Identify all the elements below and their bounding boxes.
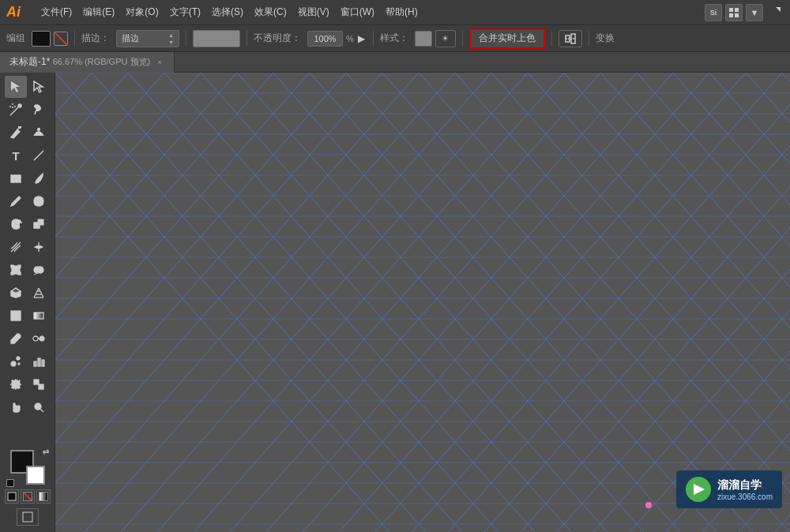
stroke-up[interactable]: ▲	[168, 32, 174, 39]
selection-tool[interactable]	[5, 76, 27, 98]
svg-rect-31	[18, 272, 21, 275]
opacity-expand[interactable]: ▶	[357, 30, 367, 47]
bridge-icon[interactable]: Si	[705, 4, 722, 21]
lasso-tool[interactable]	[28, 99, 50, 121]
none-toggle[interactable]	[21, 489, 35, 504]
svg-line-37	[39, 288, 43, 298]
tool-row-6	[5, 213, 50, 235]
sep1	[74, 31, 75, 47]
gradient-tool[interactable]	[28, 305, 50, 327]
pen-tool[interactable]	[5, 122, 27, 144]
blend-tool[interactable]	[28, 328, 50, 350]
style-swatch[interactable]	[193, 30, 240, 47]
fill-color-swatch[interactable]	[32, 31, 51, 47]
arrange-icon[interactable]: ▼	[746, 4, 763, 21]
change-screen-mode[interactable]	[17, 508, 39, 526]
share-icon[interactable]	[766, 4, 784, 21]
tool-row-14	[5, 396, 50, 418]
menu-text[interactable]: 文字(T)	[165, 3, 205, 21]
zoom-tool[interactable]	[28, 396, 50, 418]
stroke-dropdown[interactable]: 描边 ▲ ▼	[116, 30, 179, 47]
opacity-percent: %	[346, 34, 354, 43]
pencil-tool[interactable]	[5, 190, 27, 212]
svg-rect-82	[55, 73, 790, 532]
reset-colors-icon[interactable]	[6, 479, 14, 487]
group-label: 编组	[6, 32, 25, 45]
free-transform-tool[interactable]	[5, 259, 27, 281]
hand-tool[interactable]	[5, 396, 27, 418]
style-color-swatch[interactable]	[415, 31, 432, 47]
tool-row-1	[5, 99, 50, 121]
menu-window[interactable]: 窗口(W)	[336, 3, 379, 21]
mesh-tool[interactable]	[5, 305, 27, 327]
line-tool[interactable]	[28, 144, 50, 167]
curvature-tool[interactable]	[28, 122, 50, 144]
column-graph-tool[interactable]	[28, 350, 50, 373]
tools-panel: T	[0, 73, 55, 532]
slice-tool[interactable]	[28, 373, 50, 395]
fill-toggle[interactable]	[5, 489, 19, 504]
svg-line-19	[34, 151, 43, 160]
svg-point-49	[11, 362, 16, 366]
svg-rect-20	[11, 175, 21, 182]
color-settings-icon[interactable]: ☀	[435, 30, 456, 47]
merge-live-paint-button[interactable]: 合并实时上色	[469, 28, 545, 49]
watermark: 溜溜自学 zixue.3066.com	[676, 470, 782, 508]
svg-rect-54	[42, 360, 44, 366]
fill-stroke-toggles	[5, 489, 51, 504]
sep4	[373, 31, 374, 47]
svg-rect-28	[11, 265, 13, 268]
scale-tool[interactable]	[28, 213, 50, 235]
gradient-toggle[interactable]	[36, 489, 51, 504]
document-tab[interactable]: 未标题-1* 66.67% (RGB/GPU 预览) ×	[0, 52, 175, 73]
workspace-icon[interactable]	[725, 4, 743, 21]
live-paint-tool[interactable]	[5, 282, 27, 304]
stroke-stepper[interactable]: ▲ ▼	[168, 32, 174, 46]
opacity-input[interactable]	[307, 31, 343, 47]
tool-row-4	[5, 167, 50, 189]
symbol-sprayer-tool[interactable]	[5, 350, 27, 373]
eyedropper-tool[interactable]	[5, 328, 27, 350]
sep7	[589, 31, 589, 47]
svg-rect-61	[34, 380, 39, 384]
stroke-none-icon[interactable]	[54, 32, 68, 46]
shape-builder-tool[interactable]	[28, 259, 50, 281]
svg-rect-44	[34, 313, 43, 319]
tool-row-2	[5, 122, 50, 144]
tab-bar: 未标题-1* 66.67% (RGB/GPU 预览) ×	[0, 52, 790, 73]
paintbrush-tool[interactable]	[28, 167, 50, 189]
artboard-tool[interactable]	[5, 373, 27, 395]
direct-selection-tool[interactable]	[28, 76, 50, 98]
menu-help[interactable]: 帮助(H)	[381, 3, 423, 21]
menu-bar: Ai 文件(F) 编辑(E) 对象(O) 文字(T) 选择(S) 效果(C) 视…	[0, 0, 790, 25]
menu-effects[interactable]: 效果(C)	[250, 3, 292, 21]
perspective-grid-tool[interactable]	[28, 282, 50, 304]
menu-view[interactable]: 视图(V)	[293, 3, 334, 21]
swap-colors-icon[interactable]: ⇄	[43, 448, 49, 456]
svg-point-47	[40, 336, 44, 341]
watermark-main-text: 溜溜自学	[717, 478, 773, 493]
tab-close-btn[interactable]: ×	[155, 58, 164, 67]
background-color[interactable]	[26, 466, 45, 485]
text-tool[interactable]: T	[5, 144, 27, 167]
menu-edit[interactable]: 编辑(E)	[78, 3, 119, 21]
rotate-tool[interactable]	[5, 213, 27, 235]
stroke-down[interactable]: ▼	[168, 39, 174, 46]
sep2	[186, 31, 186, 47]
warp-tool[interactable]	[5, 236, 27, 258]
svg-rect-29	[18, 265, 21, 268]
view-controls	[17, 508, 39, 526]
menu-object[interactable]: 对象(O)	[121, 3, 163, 21]
align-icon[interactable]	[559, 30, 582, 47]
svg-rect-53	[38, 358, 40, 366]
width-tool[interactable]	[28, 236, 50, 258]
tools-bottom: ⇄	[0, 445, 55, 529]
magic-wand-tool[interactable]	[5, 99, 27, 121]
rectangle-tool[interactable]	[5, 167, 27, 189]
menu-file[interactable]: 文件(F)	[36, 3, 77, 21]
tool-row-7	[5, 236, 50, 258]
blob-brush-tool[interactable]	[28, 190, 50, 212]
canvas-area[interactable]: 溜溜自学 zixue.3066.com	[55, 73, 790, 532]
menu-select[interactable]: 选择(S)	[207, 3, 248, 21]
svg-marker-175	[694, 484, 705, 495]
